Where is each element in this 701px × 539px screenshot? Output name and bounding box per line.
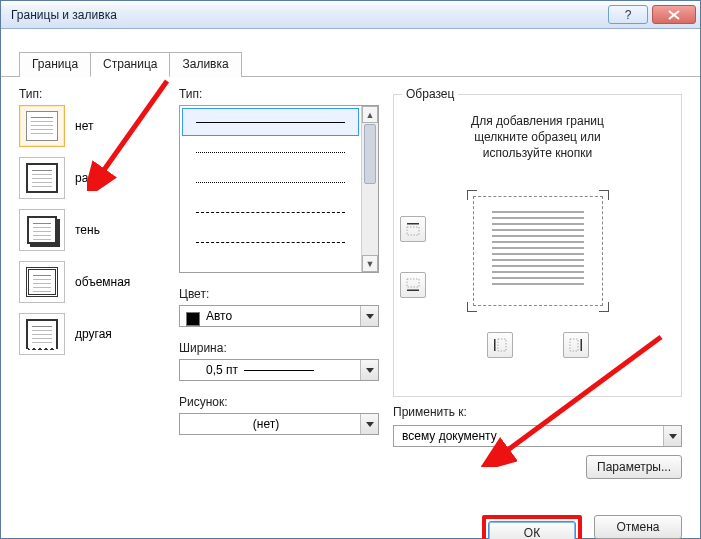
chevron-down-icon[interactable] — [360, 360, 378, 380]
type-option-none[interactable]: нет — [19, 105, 171, 147]
preview-page[interactable] — [473, 196, 603, 306]
scroll-up-icon[interactable]: ▲ — [362, 106, 378, 123]
type-3d-icon — [19, 261, 65, 303]
line-style-dashed[interactable] — [182, 198, 359, 226]
art-label: Рисунок: — [179, 395, 379, 409]
border-left-button[interactable] — [487, 332, 513, 358]
apply-to-label: Применить к: — [393, 405, 467, 419]
type-frame-icon — [19, 157, 65, 199]
chevron-down-icon[interactable] — [360, 414, 378, 434]
window-title: Границы и заливка — [11, 8, 604, 22]
chevron-down-icon[interactable] — [663, 426, 681, 446]
chevron-down-icon[interactable] — [360, 306, 378, 326]
line-style-solid[interactable] — [182, 108, 359, 136]
ok-highlight: ОК — [482, 515, 582, 539]
line-style-dotted[interactable] — [182, 138, 359, 166]
type-option-other[interactable]: другая — [19, 313, 171, 355]
tab-border[interactable]: Граница — [19, 52, 91, 77]
style-scrollbar[interactable]: ▲ ▼ — [361, 106, 378, 272]
style-label: Тип: — [179, 87, 202, 101]
type-label: Тип: — [19, 87, 42, 101]
apply-to-row: Применить к: всему документу — [393, 405, 682, 447]
svg-rect-3 — [407, 279, 419, 287]
sample-legend: Образец — [402, 87, 458, 101]
scroll-thumb[interactable] — [364, 124, 376, 184]
button-bar: ОК Отмена — [1, 507, 700, 539]
sample-message: Для добавления границ щелкните образец и… — [402, 113, 673, 162]
type-option-frame[interactable]: рамка — [19, 157, 171, 199]
tab-page[interactable]: Страница — [90, 52, 170, 77]
style-column: Тип: ▲ ▼ Цвет: Авто — [179, 87, 379, 495]
color-dropdown[interactable]: Авто — [179, 305, 379, 327]
cancel-button[interactable]: Отмена — [594, 515, 682, 539]
preview-area — [402, 176, 673, 326]
auto-color-swatch-icon — [186, 312, 200, 326]
svg-rect-1 — [407, 227, 419, 235]
scroll-down-icon[interactable]: ▼ — [362, 255, 378, 272]
sample-fieldset: Образец Для добавления границ щелкните о… — [393, 87, 682, 397]
tab-fill[interactable]: Заливка — [169, 52, 241, 77]
options-button[interactable]: Параметры... — [586, 455, 682, 479]
type-option-3d[interactable]: объемная — [19, 261, 171, 303]
border-top-button[interactable] — [400, 216, 426, 242]
svg-rect-5 — [498, 339, 506, 351]
width-label: Ширина: — [179, 341, 379, 355]
svg-rect-7 — [570, 339, 578, 351]
close-button[interactable] — [652, 5, 696, 24]
width-sample-line-icon — [244, 370, 314, 371]
line-style-dashdot[interactable] — [182, 258, 359, 272]
apply-to-dropdown[interactable]: всему документу — [393, 425, 682, 447]
width-dropdown[interactable]: 0,5 пт — [179, 359, 379, 381]
type-option-shadow[interactable]: тень — [19, 209, 171, 251]
preview-column: Образец Для добавления границ щелкните о… — [393, 87, 682, 495]
svg-rect-0 — [407, 223, 419, 225]
type-shadow-icon — [19, 209, 65, 251]
line-style-long-dashed[interactable] — [182, 228, 359, 256]
help-button[interactable]: ? — [608, 5, 648, 24]
dialog-content: Тип: нет рамка тень объемная другая — [1, 77, 700, 507]
type-none-icon — [19, 105, 65, 147]
type-other-icon — [19, 313, 65, 355]
color-label: Цвет: — [179, 287, 379, 301]
tab-bar: Граница Страница Заливка — [1, 29, 700, 77]
ok-button[interactable]: ОК — [488, 521, 576, 539]
art-dropdown[interactable]: (нет) — [179, 413, 379, 435]
svg-rect-2 — [407, 289, 419, 291]
title-bar: Границы и заливка ? — [1, 1, 700, 29]
line-style-list[interactable]: ▲ ▼ — [179, 105, 379, 273]
svg-rect-6 — [580, 339, 582, 351]
svg-rect-4 — [494, 339, 496, 351]
border-right-button[interactable] — [563, 332, 589, 358]
dialog-window: Границы и заливка ? Граница Страница Зал… — [0, 0, 701, 539]
type-column: Тип: нет рамка тень объемная другая — [19, 87, 171, 495]
line-style-dense-dashed[interactable] — [182, 168, 359, 196]
border-bottom-button[interactable] — [400, 272, 426, 298]
